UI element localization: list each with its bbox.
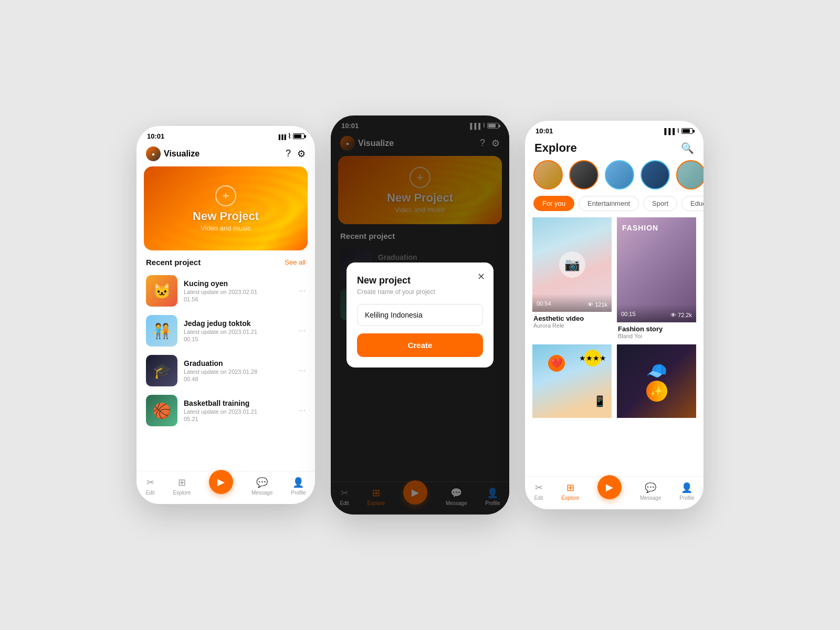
story-avatar-5[interactable]: [676, 160, 704, 190]
app-logo-1: ● Visualize: [146, 146, 200, 161]
see-all-button[interactable]: See all: [285, 258, 306, 266]
story-avatar-3[interactable]: [605, 160, 634, 190]
modal-title: New project: [357, 275, 483, 286]
nav-message-1[interactable]: 💬 Message: [251, 477, 273, 496]
nav-message-label-1: Message: [251, 490, 273, 496]
nav-profile-1[interactable]: 👤 Profile: [291, 477, 306, 496]
nav-edit-1[interactable]: ✂ Edit: [145, 477, 154, 496]
battery-icon-3: [681, 128, 693, 134]
project-thumb-2: 🧑‍🤝‍🧑: [146, 315, 177, 346]
bottom-nav-1: ✂ Edit ⊞ Explore ▶ 💬 Message 👤 Profile: [136, 471, 315, 504]
status-icons-3: ▐▐▐ ⌇: [663, 128, 693, 134]
filter-tab-educ[interactable]: Educ: [681, 196, 704, 211]
filter-tab-foryou[interactable]: For you: [533, 196, 574, 211]
phone-3: 10:01 ▐▐▐ ⌇ Explore 🔍 For you Entertainm…: [525, 121, 704, 509]
bottom-nav-3: ✂ Edit ⊞ Explore ▶ 💬 Message 👤 Profile: [525, 476, 704, 509]
hero-banner-1[interactable]: + New Project Video and music: [144, 166, 308, 250]
nav-explore-3[interactable]: ⊞ Explore: [561, 482, 579, 501]
story-avatar-4[interactable]: [640, 160, 670, 190]
nav-record-1[interactable]: ▶: [209, 478, 233, 494]
recent-section-header: Recent project See all: [136, 250, 315, 271]
modal-close-button[interactable]: ✕: [477, 271, 485, 282]
edit-icon-1: ✂: [146, 477, 154, 488]
status-bar-1: 10:01: [136, 126, 315, 143]
phone-1: 10:01 ● Visualize ? ⚙ + New Project Vide…: [136, 126, 315, 504]
filter-tabs: For you Entertainment Sport Educ: [525, 196, 704, 217]
modal-card: New project Create name of your project …: [346, 262, 494, 368]
city-card-content: ❤️ ★★★★ 📱: [532, 344, 612, 418]
record-btn-1[interactable]: ▶: [209, 470, 233, 494]
search-button[interactable]: 🔍: [681, 142, 694, 154]
explore-header: Explore 🔍: [525, 138, 704, 160]
hero-title-1: New Project: [193, 209, 259, 223]
card-img-4: 🧢 ✨: [617, 344, 696, 418]
story-avatar-1[interactable]: [533, 160, 563, 190]
project-item-3[interactable]: 🎓 Graduation Latest update on 2023.01.28…: [136, 351, 315, 391]
nav-edit-3[interactable]: ✂ Edit: [534, 482, 543, 501]
project-more-2[interactable]: ···: [299, 326, 306, 335]
project-name-input[interactable]: [357, 304, 483, 326]
project-item-2[interactable]: 🧑‍🤝‍🧑 Jedag jedug toktok Latest update o…: [136, 311, 315, 351]
profile-icon-3: 👤: [681, 482, 692, 494]
stories-row: [525, 160, 704, 196]
add-project-icon[interactable]: +: [215, 185, 236, 206]
nav-profile-3[interactable]: 👤 Profile: [679, 482, 694, 501]
card-img-2: FASHION 00:15 👁 72.2k: [617, 217, 696, 322]
help-icon[interactable]: ?: [286, 148, 291, 160]
project-duration-1: 01.56: [184, 296, 292, 302]
camera-shape: 📷: [559, 251, 585, 278]
wifi-icon: [288, 132, 291, 140]
content-card-3[interactable]: ❤️ ★★★★ 📱: [532, 344, 612, 418]
header-icons-1[interactable]: ? ⚙: [286, 148, 306, 160]
nav-explore-label-1: Explore: [173, 490, 191, 496]
content-card-1[interactable]: 📷 00:54 👁 121k Aesthetic video Aurora Re…: [532, 217, 612, 339]
nav-message-3[interactable]: 💬 Message: [640, 482, 662, 501]
nav-explore-1[interactable]: ⊞ Explore: [173, 477, 191, 496]
explore-icon-1: ⊞: [178, 477, 186, 488]
project-more-3[interactable]: ···: [299, 366, 306, 375]
project-duration-2: 00.15: [184, 336, 292, 342]
signal-icon: [277, 133, 286, 140]
settings-icon[interactable]: ⚙: [297, 148, 306, 160]
card-views-2: 👁 72.2k: [670, 312, 692, 318]
project-info-4: Basketball training Latest update on 202…: [184, 399, 292, 422]
message-icon-3: 💬: [645, 482, 656, 494]
like-bubble: ❤️: [548, 355, 565, 372]
modal-overlay[interactable]: New project Create name of your project …: [331, 116, 509, 514]
card-img-3: ❤️ ★★★★ 📱: [532, 344, 612, 418]
project-item-1[interactable]: 🐱 Kucing oyen Latest update on 2023.02.0…: [136, 271, 315, 311]
phone-2: 10:01 ▐▐▐ ⌇ ● Visualize ? ⚙ + New Projec…: [331, 116, 509, 514]
card-duration-2: 00:15: [621, 311, 636, 317]
content-card-4[interactable]: 🧢 ✨: [617, 344, 696, 418]
create-project-button[interactable]: Create: [357, 333, 483, 357]
edit-icon-3: ✂: [535, 482, 543, 494]
project-info-3: Graduation Latest update on 2023.01.28 0…: [184, 359, 292, 382]
project-more-4[interactable]: ···: [299, 406, 306, 415]
story-avatar-2[interactable]: [569, 160, 598, 190]
profile-icon-1: 👤: [292, 477, 304, 488]
app-name-1: Visualize: [164, 149, 200, 159]
filter-tab-entertainment[interactable]: Entertainment: [579, 196, 639, 211]
record-icon-1: ▶: [217, 476, 225, 488]
filter-tab-sport[interactable]: Sport: [643, 196, 677, 211]
project-info-2: Jedag jedug toktok Latest update on 2023…: [184, 319, 292, 342]
record-icon-3: ▶: [606, 481, 613, 493]
nav-record-3[interactable]: ▶: [597, 484, 622, 499]
record-btn-3[interactable]: ▶: [597, 475, 622, 499]
project-more-1[interactable]: ···: [299, 286, 306, 296]
time-3: 10:01: [536, 127, 553, 135]
project-item-4[interactable]: 🏀 Basketball training Latest update on 2…: [136, 391, 315, 430]
explore-icon-3: ⊞: [566, 482, 574, 494]
eye-icon-1: 👁: [587, 301, 593, 308]
battery-icon: [293, 133, 304, 139]
nav-profile-label-1: Profile: [291, 490, 306, 496]
wifi-icon-3: ⌇: [677, 128, 679, 134]
content-card-2[interactable]: FASHION 00:15 👁 72.2k Fashion story Blan…: [617, 217, 696, 339]
logo-icon: ●: [146, 146, 161, 161]
card-views-1: 👁 121k: [587, 301, 607, 308]
project-info-1: Kucing oyen Latest update on 2023.02.01 …: [184, 279, 292, 302]
project-date-2: Latest update on 2023.01.21: [184, 329, 292, 335]
status-icons-1: [277, 132, 304, 140]
signal-icon-3: ▐▐▐: [663, 128, 675, 134]
card-img-1: 📷 00:54 👁 121k: [532, 217, 612, 312]
